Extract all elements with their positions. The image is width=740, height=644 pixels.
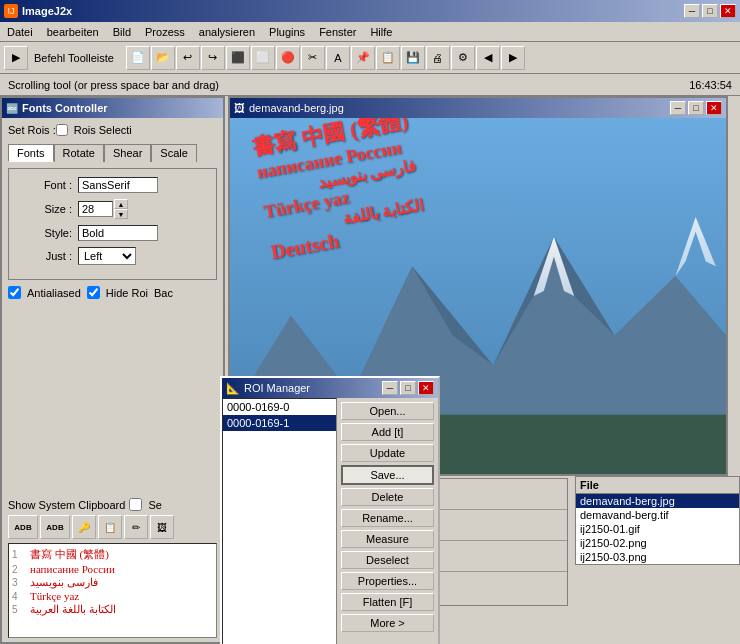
size-down-button[interactable]: ▼ xyxy=(114,209,128,219)
roi-content: 0000-0169-0 0000-0169-1 Open... Add [t] … xyxy=(222,398,438,644)
hide-roi-checkbox[interactable] xyxy=(87,286,100,299)
roi-measure-button[interactable]: Measure xyxy=(341,530,434,548)
roi-properties-button[interactable]: Properties... xyxy=(341,572,434,590)
edit-button[interactable]: ✏ xyxy=(124,515,148,539)
clipboard-row: Show System Clipboard Se xyxy=(8,498,217,511)
icon-toolbar: ADB ADB 🔑 📋 ✏ 🖼 xyxy=(8,515,217,539)
just-row: Just : Left Center Right xyxy=(17,247,208,265)
roi-deselect-button[interactable]: Deselect xyxy=(341,551,434,569)
roi-update-button[interactable]: Update xyxy=(341,444,434,462)
style-label: Style: xyxy=(17,227,72,239)
roi-more-button[interactable]: More > xyxy=(341,614,434,632)
adb1-button[interactable]: ADB xyxy=(8,515,38,539)
minimize-button[interactable]: ─ xyxy=(684,4,700,18)
menu-bearbeiten[interactable]: bearbeiten xyxy=(44,25,102,39)
roi-add-button[interactable]: Add [t] xyxy=(341,423,434,441)
file-item-1[interactable]: demavand-berg.tif xyxy=(576,508,739,522)
clipboard-label: Show System Clipboard xyxy=(8,499,125,511)
image-maximize-button[interactable]: □ xyxy=(688,101,704,115)
tool-btn-8[interactable]: ✂ xyxy=(301,46,325,70)
menu-plugins[interactable]: Plugins xyxy=(266,25,308,39)
close-button[interactable]: ✕ xyxy=(720,4,736,18)
font-input[interactable] xyxy=(78,177,158,193)
tab-rotate[interactable]: Rotate xyxy=(54,144,104,162)
font-label: Font : xyxy=(17,179,72,191)
tab-fonts[interactable]: Fonts xyxy=(8,144,54,162)
just-select[interactable]: Left Center Right xyxy=(78,247,136,265)
preview-text-4: Türkçe yaz xyxy=(30,590,79,602)
roi-rename-button[interactable]: Rename... xyxy=(341,509,434,527)
preview-line-4: 4 Türkçe yaz xyxy=(12,590,213,602)
menu-bild[interactable]: Bild xyxy=(110,25,134,39)
preview-text-2: написание России xyxy=(30,563,115,575)
roi-close-button[interactable]: ✕ xyxy=(418,381,434,395)
roi-minimize-button[interactable]: ─ xyxy=(382,381,398,395)
roi-item-1[interactable]: 0000-0169-1 xyxy=(223,415,336,431)
menu-prozess[interactable]: Prozess xyxy=(142,25,188,39)
tool-btn-16[interactable]: ▶ xyxy=(501,46,525,70)
tool-btn-7[interactable]: 🔴 xyxy=(276,46,300,70)
roi-item-0[interactable]: 0000-0169-0 xyxy=(223,399,336,415)
set-rois-checkbox[interactable] xyxy=(56,124,68,136)
roi-title-bar: 📐 ROI Manager ─ □ ✕ xyxy=(222,378,438,398)
tool-btn-14[interactable]: ⚙ xyxy=(451,46,475,70)
tool-btn-3[interactable]: ↩ xyxy=(176,46,200,70)
style-input[interactable] xyxy=(78,225,158,241)
tool-btn-2[interactable]: 📂 xyxy=(151,46,175,70)
size-spin-buttons: ▲ ▼ xyxy=(114,199,128,219)
file-item-0[interactable]: demavand-berg.jpg xyxy=(576,494,739,508)
roi-save-button[interactable]: Save... xyxy=(341,465,434,485)
menu-hilfe[interactable]: Hilfe xyxy=(367,25,395,39)
roi-open-button[interactable]: Open... xyxy=(341,402,434,420)
image-close-button[interactable]: ✕ xyxy=(706,101,722,115)
roi-restore-button[interactable]: □ xyxy=(400,381,416,395)
tool-btn-12[interactable]: 💾 xyxy=(401,46,425,70)
menu-datei[interactable]: Datei xyxy=(4,25,36,39)
file-item-4[interactable]: ij2150-03.png xyxy=(576,550,739,564)
menu-fenster[interactable]: Fenster xyxy=(316,25,359,39)
preview-line-3: 3 فارسی بنویسید xyxy=(12,576,213,589)
tool-btn-13[interactable]: 🖨 xyxy=(426,46,450,70)
menu-analysieren[interactable]: analysieren xyxy=(196,25,258,39)
tool-btn-15[interactable]: ◀ xyxy=(476,46,500,70)
preview-line-5: 5 الكتابة باللغة العربية xyxy=(12,603,213,616)
file-item-2[interactable]: ij2150-01.gif xyxy=(576,522,739,536)
tool-btn-6[interactable]: ⬜ xyxy=(251,46,275,70)
size-up-button[interactable]: ▲ xyxy=(114,199,128,209)
tool-btn-10[interactable]: 📌 xyxy=(351,46,375,70)
maximize-button[interactable]: □ xyxy=(702,4,718,18)
menu-bar: Datei bearbeiten Bild Prozess analysiere… xyxy=(0,22,740,42)
back-label: Bac xyxy=(154,287,173,299)
image-minimize-button[interactable]: ─ xyxy=(670,101,686,115)
tool-btn-9[interactable]: A xyxy=(326,46,350,70)
roi-manager: 📐 ROI Manager ─ □ ✕ 0000-0169-0 0000-016… xyxy=(220,376,440,644)
clipboard-checkbox[interactable] xyxy=(129,498,142,511)
tool-btn-1[interactable]: 📄 xyxy=(126,46,150,70)
bottom-section: Show System Clipboard Se ADB ADB 🔑 📋 ✏ 🖼… xyxy=(2,494,223,642)
size-input[interactable] xyxy=(78,201,113,217)
fonts-panel-content: Set Rois : Rois Selecti Fonts Rotate She… xyxy=(2,118,223,311)
tab-bar: Fonts Rotate Shear Scale xyxy=(8,144,217,162)
toolbar-group-1: 📄 📂 ↩ ↪ ⬛ ⬜ 🔴 ✂ A 📌 📋 💾 🖨 ⚙ ◀ ▶ xyxy=(126,46,525,70)
img-button[interactable]: 🖼 xyxy=(150,515,174,539)
antialiased-checkbox[interactable] xyxy=(8,286,21,299)
play-button[interactable]: ▶ xyxy=(4,46,28,70)
key-button[interactable]: 🔑 xyxy=(72,515,96,539)
tool-btn-5[interactable]: ⬛ xyxy=(226,46,250,70)
image-icon: 🖼 xyxy=(234,102,245,114)
roi-delete-button[interactable]: Delete xyxy=(341,488,434,506)
font-row: Font : xyxy=(17,177,208,193)
tool-btn-4[interactable]: ↪ xyxy=(201,46,225,70)
tab-scale[interactable]: Scale xyxy=(151,144,197,162)
se-label: Se xyxy=(148,499,161,511)
size-row: Size : ▲ ▼ xyxy=(17,199,208,219)
copy-button[interactable]: 📋 xyxy=(98,515,122,539)
adb2-button[interactable]: ADB xyxy=(40,515,70,539)
status-bar: Scrolling tool (or press space bar and d… xyxy=(0,74,740,96)
file-item-3[interactable]: ij2150-02.png xyxy=(576,536,739,550)
tab-shear[interactable]: Shear xyxy=(104,144,151,162)
roi-icon: 📐 xyxy=(226,382,240,395)
tab-content-fonts: Font : Size : ▲ ▼ Style: xyxy=(8,168,217,280)
tool-btn-11[interactable]: 📋 xyxy=(376,46,400,70)
roi-flatten-button[interactable]: Flatten [F] xyxy=(341,593,434,611)
